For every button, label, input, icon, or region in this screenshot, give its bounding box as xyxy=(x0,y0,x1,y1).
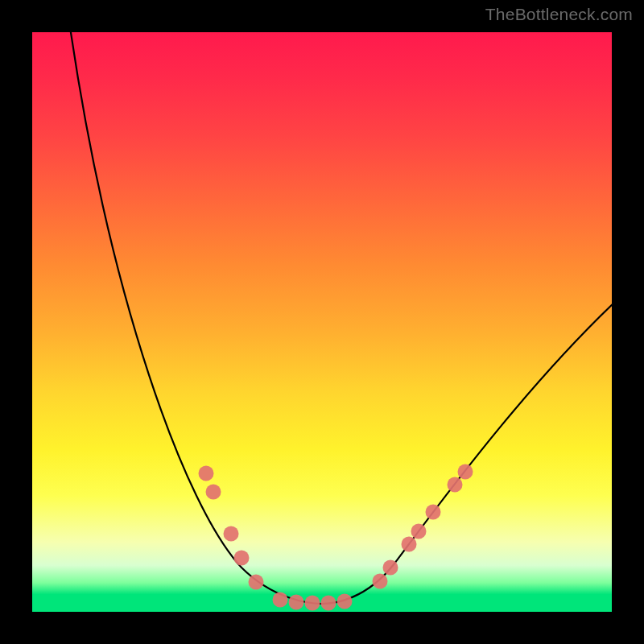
curve-marker xyxy=(373,574,388,589)
curve-marker xyxy=(383,560,398,576)
curve-marker xyxy=(199,466,214,481)
curve-marker xyxy=(448,477,463,493)
watermark-text: TheBottleneck.com xyxy=(485,5,633,24)
chart-frame: TheBottleneck.com xyxy=(0,0,644,644)
plot-area xyxy=(32,32,612,612)
curve-marker xyxy=(411,524,427,539)
curve-marker xyxy=(458,464,473,480)
chart-svg xyxy=(32,32,612,612)
curve-marker xyxy=(234,551,250,566)
curve-markers xyxy=(199,464,473,611)
curve-marker xyxy=(206,485,221,500)
curve-marker xyxy=(305,596,320,611)
curve-marker xyxy=(402,537,417,552)
curve-marker xyxy=(321,596,336,611)
curve-marker xyxy=(273,592,288,608)
curve-marker xyxy=(289,595,304,610)
curve-marker xyxy=(249,575,264,590)
curve-marker xyxy=(224,526,239,542)
curve-marker xyxy=(426,505,441,520)
bottleneck-curve xyxy=(68,32,612,604)
curve-marker xyxy=(337,594,353,609)
